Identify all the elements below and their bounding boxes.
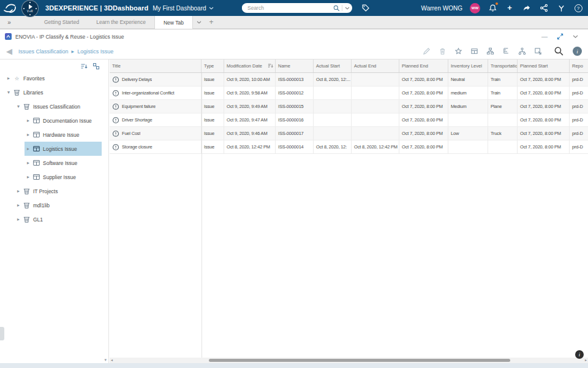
sidebar-item-hardware-issue[interactable]: ▸ Hardware Issue (0, 128, 108, 142)
search-icon[interactable] (331, 5, 342, 12)
sidebar-item-software-issue[interactable]: ▸ Software Issue (0, 156, 108, 170)
search-input[interactable] (242, 5, 331, 11)
chevron-right-icon[interactable]: ▸ (15, 188, 22, 194)
tab-learn-the-experience[interactable]: Learn the Experience (88, 16, 154, 28)
scroll-right-icon[interactable]: ▸ (585, 358, 587, 363)
sidebar-item-libraries[interactable]: ▾ Libraries (0, 85, 108, 99)
sidebar-item-issues-classification[interactable]: ▾ Issues Classification (0, 99, 108, 113)
delete-icon[interactable] (438, 47, 447, 56)
maximize-icon[interactable] (557, 33, 564, 40)
search-options-dropdown[interactable] (342, 7, 352, 10)
column-header-planned-end[interactable]: Planned End (399, 59, 448, 72)
sidebar-item-logistics-issue[interactable]: ▸ Logistics Issue (0, 142, 108, 156)
table-cell: prd-D (570, 86, 588, 100)
tab-menu-chevron-icon[interactable] (193, 16, 205, 28)
table-row[interactable]: Equipment failure Issue Oct 9, 2020, 9:4… (110, 100, 588, 113)
hierarchy-view-icon[interactable] (486, 47, 495, 56)
tab-getting-started[interactable]: Getting Started (36, 16, 88, 28)
table-cell: Oct 7, 2020, 8:00 PM (399, 100, 448, 113)
share-icon[interactable] (522, 3, 532, 13)
column-header-modification-date[interactable]: Modification Date (224, 59, 276, 72)
breadcrumb-separator-icon: ▶ (72, 49, 75, 53)
table-cell: Oct 8, 2020, 12:... (314, 73, 352, 86)
issue-icon (112, 76, 119, 83)
favorite-icon[interactable] (454, 47, 463, 56)
3ds-logo[interactable] (2, 2, 18, 13)
sort-descending-icon (268, 63, 273, 69)
share-nodes-icon[interactable] (539, 3, 549, 13)
panel-handle[interactable] (0, 327, 4, 340)
community-icon[interactable] (556, 3, 566, 13)
sidebar-item-favorites[interactable]: ▸ ☆ Favorites (0, 71, 108, 85)
table-row[interactable]: Driver Shortage Issue Oct 9, 2020, 9:47 … (110, 113, 588, 127)
panel-toggle-icon[interactable]: » (0, 16, 18, 28)
brand-title[interactable]: 3DEXPERIENCE | 3DDashboard (45, 4, 148, 12)
table-cell: Issue (202, 127, 224, 140)
info-icon[interactable]: i (573, 47, 582, 56)
table-cell: Oct 9, 2020, 10:00 AM (224, 73, 276, 86)
table-row[interactable]: Inter-organizational Conflict Issue Oct … (110, 86, 588, 100)
scroll-down-icon[interactable]: ▾ (104, 358, 107, 362)
column-header-name[interactable]: Name (276, 59, 314, 72)
column-header-actual-end[interactable]: Actual End (352, 59, 399, 72)
sidebar-item-it-projects[interactable]: ▸ IT Projects (0, 184, 108, 198)
chevron-right-icon[interactable]: ▸ (24, 146, 32, 151)
info-button[interactable]: i (575, 350, 584, 359)
minimize-icon[interactable]: — (541, 33, 548, 40)
breadcrumb-logistics-issue[interactable]: Logistics Issue (77, 48, 113, 55)
chevron-right-icon[interactable]: ▸ (24, 118, 32, 123)
table-cell: Neutral (448, 73, 488, 86)
add-content-button[interactable]: + (505, 3, 514, 13)
column-header-inventory-level[interactable]: Inventory Level (448, 59, 488, 72)
cell-text: Fuel Cost (122, 127, 140, 140)
chevron-down-icon[interactable]: ▾ (5, 90, 12, 95)
sidebar-item-documentation-issue[interactable]: ▸ Documentation Issue (0, 113, 108, 128)
column-header-transportation[interactable]: Transportation... (488, 59, 518, 72)
avatar[interactable]: WW (470, 3, 480, 13)
table-view-icon[interactable] (470, 47, 479, 56)
chevron-right-icon[interactable]: ▸ (15, 217, 22, 222)
column-header-title[interactable]: Title (110, 59, 202, 72)
tree-view-icon[interactable] (502, 47, 511, 56)
scroll-left-icon[interactable]: ◂ (111, 358, 113, 363)
table-cell: Train (488, 73, 518, 86)
search-icon[interactable] (554, 46, 564, 56)
back-icon[interactable]: ◀ (6, 47, 12, 56)
sort-icon[interactable] (80, 63, 88, 70)
column-header-type[interactable]: Type (202, 59, 224, 72)
collapse-chevron-icon[interactable] (573, 35, 578, 39)
table-row[interactable]: Delivery Delays Issue Oct 9, 2020, 10:00… (110, 73, 588, 86)
sidebar-item-mdl1lib[interactable]: ▸ mdl1lib (0, 198, 108, 212)
tab-new-tab[interactable]: New Tab (154, 16, 193, 29)
user-name[interactable]: Warren WONG (421, 5, 462, 12)
edit-icon[interactable] (422, 47, 431, 56)
table-row[interactable]: Storage closure Issue Oct 8, 2020, 12:42… (110, 140, 588, 154)
breadcrumb-issues-classification[interactable]: Issues Classification (18, 48, 69, 55)
column-header-actual-start[interactable]: Actual Start (314, 59, 352, 72)
column-label: Actual Start (316, 59, 340, 72)
tag-icon[interactable] (361, 4, 370, 12)
table-row[interactable]: Fuel Cost Issue Oct 9, 2020, 9:46 AM ISS… (110, 127, 588, 140)
add-tab-button[interactable]: + (205, 16, 217, 28)
horizontal-scrollbar[interactable]: ◂ ▸ (110, 358, 588, 363)
notifications-bell-icon[interactable] (488, 3, 497, 13)
column-header-repo[interactable]: Repo (570, 59, 588, 72)
org-chart-icon[interactable] (518, 47, 527, 56)
sidebar-item-gl1[interactable]: ▸ GL1 (0, 212, 108, 226)
dashboard-title[interactable]: My First Dashboard (153, 5, 213, 12)
table-cell (352, 86, 399, 100)
chevron-right-icon[interactable]: ▸ (5, 75, 12, 81)
chevron-right-icon[interactable]: ▸ (15, 202, 22, 208)
chevron-right-icon[interactable]: ▸ (24, 174, 32, 180)
compass-icon[interactable]: V+R (21, 0, 39, 17)
export-table-icon[interactable] (533, 47, 543, 56)
chevron-right-icon[interactable]: ▸ (24, 132, 32, 137)
scrollbar-thumb[interactable] (209, 359, 510, 362)
chevron-down-icon[interactable]: ▾ (15, 104, 22, 109)
column-header-planned-start[interactable]: Planned Start (518, 59, 570, 72)
sidebar-item-label: Documentation Issue (43, 118, 92, 124)
collapse-all-icon[interactable] (92, 63, 100, 70)
chevron-right-icon[interactable]: ▸ (24, 160, 32, 166)
sidebar-item-supplier-issue[interactable]: ▸ Supplier Issue (0, 170, 108, 184)
help-icon[interactable]: ? (573, 3, 583, 13)
